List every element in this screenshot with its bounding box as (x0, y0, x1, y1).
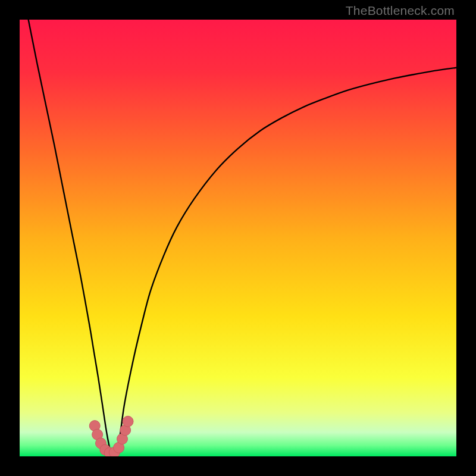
watermark-text: TheBottleneck.com (346, 4, 455, 18)
curve-marker (123, 416, 133, 427)
bottleneck-curve-chart (20, 20, 456, 456)
gradient-background (20, 20, 456, 456)
chart-frame: TheBottleneck.com (0, 0, 476, 476)
plot-area (20, 20, 456, 456)
